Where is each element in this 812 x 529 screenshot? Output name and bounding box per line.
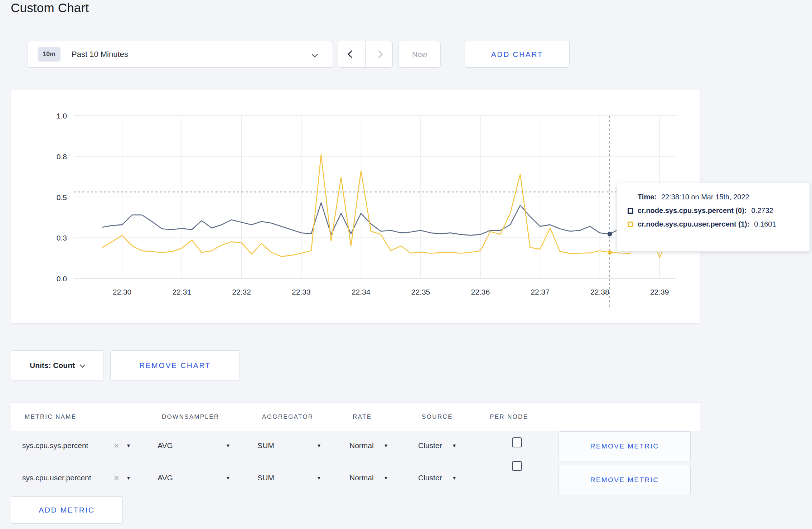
svg-text:0.0: 0.0	[57, 275, 67, 283]
svg-text:22:36: 22:36	[471, 288, 490, 296]
metric-name-value[interactable]: sys.cpu.user.percent	[22, 474, 91, 482]
metrics-table-header: METRIC NAME DOWNSAMPLER AGGREGATOR RATE …	[11, 402, 700, 431]
svg-text:0.8: 0.8	[57, 152, 67, 161]
rate-caret-icon[interactable]: ▼	[383, 475, 388, 481]
aggregator-select[interactable]: SUM	[257, 441, 274, 450]
downsampler-caret-icon[interactable]: ▼	[226, 475, 231, 481]
aggregator-caret-icon[interactable]: ▼	[316, 443, 322, 448]
time-range-badge: 10m	[38, 47, 61, 62]
chart-tooltip: Time: 22:38:10 on Mar 15th, 2022 cr.node…	[617, 183, 810, 252]
clear-metric-icon[interactable]: ×	[114, 473, 119, 483]
rate-select[interactable]: Normal	[349, 441, 374, 450]
chart-card: 0.00.30.50.81.022:3022:3122:3222:3322:34…	[11, 89, 700, 324]
time-range-select[interactable]: 10m Past 10 Minutes	[28, 41, 333, 68]
svg-text:1.0: 1.0	[57, 112, 67, 120]
column-header-source: SOURCE	[422, 413, 453, 421]
tooltip-user-value: 0.1601	[754, 220, 776, 228]
aggregator-caret-icon[interactable]: ▼	[316, 475, 322, 481]
tooltip-time-value: 22:38:10 on Mar 15th, 2022	[661, 193, 749, 201]
chevron-left-icon	[348, 50, 355, 58]
add-chart-button[interactable]: ADD CHART	[465, 41, 570, 68]
toolbar-divider	[11, 39, 11, 75]
add-metric-button[interactable]: ADD METRIC	[11, 496, 123, 524]
source-caret-icon[interactable]: ▼	[452, 475, 457, 481]
remove-chart-button[interactable]: REMOVE CHART	[110, 350, 240, 380]
source-select[interactable]: Cluster	[418, 441, 442, 450]
column-header-metric-name: METRIC NAME	[25, 413, 76, 421]
column-header-rate: RATE	[353, 413, 372, 421]
time-range-label: Past 10 Minutes	[72, 50, 128, 59]
per-node-checkbox[interactable]	[512, 461, 522, 471]
rate-select[interactable]: Normal	[349, 474, 374, 482]
metric-name-select-caret-icon[interactable]: ▼	[126, 443, 131, 448]
svg-text:22:31: 22:31	[173, 288, 192, 296]
column-header-per-node: PER NODE	[490, 413, 528, 421]
time-pager	[338, 41, 393, 68]
user-series-swatch-icon	[628, 222, 633, 227]
svg-text:22:34: 22:34	[352, 288, 371, 296]
remove-metric-button[interactable]: REMOVE METRIC	[559, 465, 691, 495]
source-select[interactable]: Cluster	[418, 474, 442, 482]
next-time-button[interactable]	[366, 41, 393, 67]
chevron-right-icon	[375, 50, 383, 58]
downsampler-caret-icon[interactable]: ▼	[226, 443, 231, 448]
column-header-aggregator: AGGREGATOR	[262, 413, 313, 421]
tooltip-user-name: cr.node.sys.cpu.user.percent (1):	[638, 220, 749, 228]
svg-text:22:33: 22:33	[292, 288, 311, 296]
tooltip-time-label: Time:	[638, 193, 657, 201]
per-node-checkbox[interactable]	[512, 437, 522, 447]
column-header-downsampler: DOWNSAMPLER	[162, 413, 219, 421]
aggregator-select[interactable]: SUM	[257, 474, 274, 482]
custom-chart-page: Custom Chart 10m Past 10 Minutes Now ADD…	[0, 0, 812, 529]
downsampler-select[interactable]: AVG	[158, 441, 173, 450]
downsampler-select[interactable]: AVG	[158, 474, 173, 482]
chevron-down-icon	[312, 52, 318, 58]
svg-text:22:35: 22:35	[411, 288, 430, 296]
sys-series-swatch-icon	[628, 208, 633, 214]
svg-text:22:32: 22:32	[232, 288, 251, 296]
tooltip-sys-value: 0.2732	[751, 207, 773, 215]
units-select-label: Units: Count	[30, 361, 75, 370]
tooltip-sys-name: cr.node.sys.cpu.sys.percent (0):	[638, 207, 747, 215]
metric-name-select-caret-icon[interactable]: ▼	[126, 475, 131, 481]
svg-text:0.5: 0.5	[57, 193, 67, 202]
now-button[interactable]: Now	[398, 41, 441, 68]
svg-text:22:30: 22:30	[113, 288, 132, 296]
svg-text:22:37: 22:37	[531, 288, 550, 296]
metric-name-value[interactable]: sys.cpu.sys.percent	[22, 441, 88, 450]
chevron-down-icon	[80, 362, 86, 368]
prev-time-button[interactable]	[338, 41, 366, 67]
units-select[interactable]: Units: Count	[11, 350, 103, 380]
page-title: Custom Chart	[11, 1, 89, 15]
remove-metric-button[interactable]: REMOVE METRIC	[559, 431, 691, 461]
svg-text:22:39: 22:39	[650, 288, 669, 296]
rate-caret-icon[interactable]: ▼	[383, 443, 388, 448]
source-caret-icon[interactable]: ▼	[452, 443, 457, 448]
clear-metric-icon[interactable]: ×	[114, 441, 119, 451]
cpu-usage-chart[interactable]: 0.00.30.50.81.022:3022:3122:3222:3322:34…	[11, 89, 701, 324]
svg-text:22:38: 22:38	[590, 288, 609, 296]
svg-text:0.3: 0.3	[57, 234, 67, 242]
